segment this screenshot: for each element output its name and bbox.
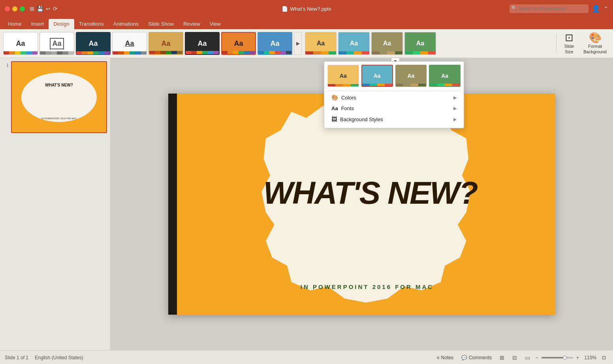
theme-black[interactable]: Aa: [185, 32, 220, 55]
extra-theme-1[interactable]: Aa: [305, 32, 337, 55]
minimize-button[interactable]: [12, 6, 17, 11]
file-icon-title: 📄: [282, 6, 288, 12]
menu-item-colors[interactable]: 🎨 Colors ▶: [327, 92, 461, 103]
save-icon[interactable]: 💾: [37, 6, 43, 12]
main-area: 1 WHAT'S NEW? IN POWERPOINT 2016 FOR MAC…: [0, 58, 613, 350]
tab-insert[interactable]: Insert: [26, 19, 49, 29]
themes-expanded-panel: Aa Aa Aa: [324, 61, 464, 128]
fit-window-button[interactable]: ⊡: [600, 354, 608, 361]
theme-outline[interactable]: Aa: [39, 32, 74, 55]
theme-lined[interactable]: Aa: [112, 32, 147, 55]
window-title: 📄 What's New?.pptx: [282, 6, 331, 12]
menu-item-fonts[interactable]: Aa Fonts ▶: [327, 103, 461, 114]
tab-animations[interactable]: Animations: [109, 19, 143, 29]
view-reading-button[interactable]: ▭: [523, 354, 532, 362]
zoom-minus[interactable]: −: [536, 355, 538, 360]
traffic-lights: [5, 6, 25, 11]
slide-title: WHAT'S NEW?: [263, 175, 478, 211]
menu-item-fonts-left: Aa Fonts: [331, 105, 354, 111]
language-info: English (United States): [35, 355, 83, 360]
tab-transitions[interactable]: Transitions: [74, 19, 109, 29]
format-background-label: FormatBackground: [583, 44, 607, 54]
slide-subtitle: IN POWERPOINT 2016 FOR MAC: [301, 283, 434, 290]
view-grid-button[interactable]: ⊟: [510, 354, 519, 362]
themes-scroll-right[interactable]: ▶: [294, 32, 302, 55]
fonts-label: Fonts: [341, 105, 354, 111]
exp-theme-4[interactable]: Aa: [429, 65, 461, 87]
slide-size-icon: ⊡: [565, 32, 574, 43]
title-bar: ⊞ 💾 ↩ ⟳ 📄 What's New?.pptx 👤 ⌃: [0, 0, 613, 17]
exp-theme-1[interactable]: Aa: [327, 65, 359, 87]
theme-grid: Aa Aa: [3, 32, 551, 55]
notes-button[interactable]: ≡ Notes: [434, 354, 456, 361]
slide-thumb-subtitle: IN POWERPOINT 2016 FOR MAC: [41, 117, 77, 120]
format-bg-icon: 🎨: [589, 32, 602, 43]
notes-label: Notes: [441, 355, 453, 360]
fonts-icon: Aa: [331, 105, 338, 111]
format-background-button[interactable]: 🎨 FormatBackground: [580, 31, 610, 56]
window-controls-icon: ⌃: [604, 6, 608, 12]
view-normal-icon: ⊞: [500, 355, 504, 361]
tab-home[interactable]: Home: [3, 19, 26, 29]
search-input[interactable]: [510, 4, 589, 13]
ribbon-tabs: Home Insert Design Transitions Animation…: [0, 17, 613, 29]
background-styles-arrow: ▶: [453, 117, 457, 122]
undo-icon[interactable]: ↩: [46, 6, 51, 12]
ribbon-divider: [556, 34, 557, 53]
tab-slideshow[interactable]: Slide Show: [143, 19, 179, 29]
theme-orange[interactable]: Aa: [221, 32, 256, 55]
slide-left-bar: [168, 94, 177, 315]
zoom-fill: [542, 357, 564, 358]
tab-view[interactable]: View: [205, 19, 226, 29]
theme-blue[interactable]: Aa: [258, 32, 292, 55]
zoom-track: [542, 357, 573, 358]
comments-icon: 💬: [461, 355, 467, 360]
file-icon: ⊞: [30, 6, 34, 12]
theme-dark[interactable]: Aa: [76, 32, 111, 55]
theme-white[interactable]: Aa: [3, 32, 38, 55]
close-button[interactable]: [5, 6, 10, 11]
slide-thumbnail-1[interactable]: WHAT'S NEW? IN POWERPOINT 2016 FOR MAC: [11, 61, 107, 133]
ribbon-content: Aa Aa: [0, 29, 613, 58]
exp-theme-2[interactable]: Aa: [361, 65, 393, 87]
zoom-level[interactable]: 115%: [582, 355, 596, 360]
search-wrap: [510, 4, 589, 13]
menu-item-bg-left: 🖼 Background Styles: [331, 116, 383, 122]
tab-design[interactable]: Design: [49, 19, 74, 29]
view-normal-button[interactable]: ⊞: [497, 354, 507, 362]
background-styles-icon: 🖼: [331, 116, 337, 122]
colors-label: Colors: [341, 95, 356, 101]
slide-size-button[interactable]: ⊡ SlideSize: [561, 31, 577, 56]
menu-item-background-styles[interactable]: 🖼 Background Styles ▶: [327, 114, 461, 125]
zoom-plus[interactable]: +: [576, 355, 579, 360]
title-bar-right: 👤 ⌃: [510, 4, 608, 13]
tab-review[interactable]: Review: [179, 19, 205, 29]
redo-icon[interactable]: ⟳: [53, 6, 58, 12]
slide-thumb-blob: [21, 73, 97, 122]
expanded-themes-row: Aa Aa Aa: [327, 65, 461, 87]
theme-desert[interactable]: Aa: [149, 32, 183, 55]
zoom-handle[interactable]: [563, 356, 567, 360]
colors-arrow: ▶: [453, 95, 457, 100]
background-styles-label: Background Styles: [340, 116, 383, 122]
slides-panel: 1 WHAT'S NEW? IN POWERPOINT 2016 FOR MAC: [0, 58, 111, 350]
user-icon[interactable]: 👤: [592, 4, 600, 13]
slide-info: Slide 1 of 1: [5, 355, 28, 360]
notes-icon: ≡: [437, 355, 440, 360]
slide-thumb-content: WHAT'S NEW? IN POWERPOINT 2016 FOR MAC: [12, 62, 106, 132]
ribbon-right-buttons: ⊡ SlideSize 🎨 FormatBackground: [561, 31, 610, 56]
comments-label: Comments: [469, 355, 492, 360]
view-reading-icon: ▭: [525, 355, 530, 361]
extra-theme-4[interactable]: Aa: [404, 32, 436, 55]
fonts-arrow: ▶: [453, 106, 457, 111]
extra-theme-2[interactable]: Aa: [338, 32, 370, 55]
maximize-button[interactable]: [20, 6, 25, 11]
comments-button[interactable]: 💬 Comments: [459, 354, 494, 361]
menu-divider-1: [327, 91, 461, 91]
fit-window-icon: ⊡: [602, 355, 606, 360]
extra-theme-3[interactable]: Aa: [371, 32, 403, 55]
slide-number-1: 1: [3, 61, 9, 68]
status-right: ≡ Notes 💬 Comments ⊞ ⊟ ▭ − + 115% ⊡: [434, 354, 608, 362]
toolbar-icons: ⊞ 💾 ↩ ⟳: [30, 6, 58, 12]
exp-theme-3[interactable]: Aa: [395, 65, 427, 87]
